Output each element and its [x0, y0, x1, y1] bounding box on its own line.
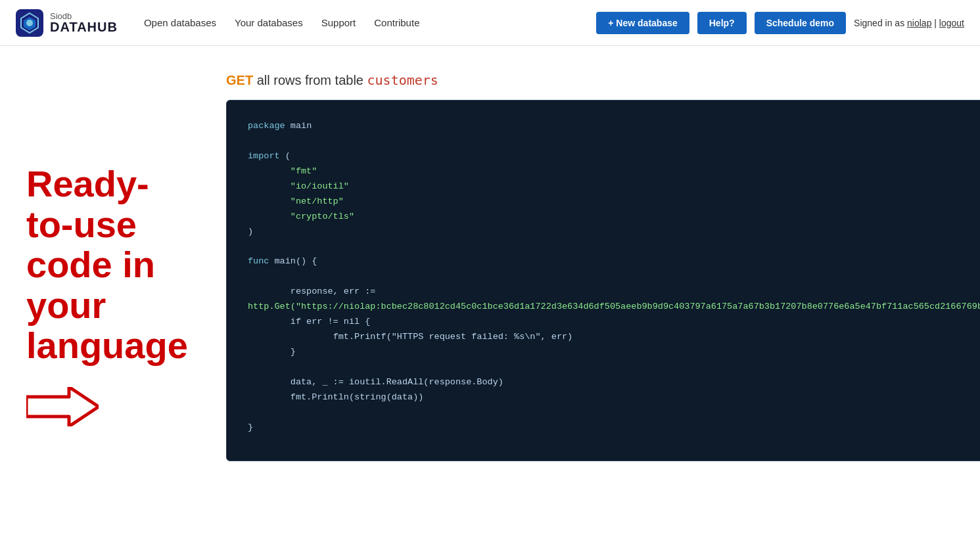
right-panel: GET all rows from table customers copy p… — [210, 72, 980, 518]
api-table-name: customers — [367, 72, 438, 88]
help-button[interactable]: Help? — [697, 12, 747, 34]
logo-icon — [16, 9, 43, 37]
main-container: Ready-to-use code in your language GET a… — [0, 46, 980, 544]
your-databases-link[interactable]: Your databases — [235, 17, 303, 28]
schedule-demo-button[interactable]: Schedule demo — [755, 12, 846, 34]
arrow-container — [26, 387, 99, 426]
svg-point-3 — [26, 20, 33, 26]
logo-datahub: DATAHUB — [50, 20, 118, 34]
nav-links: Open databases Your databases Support Co… — [144, 17, 575, 28]
nav-actions: + New database Help? Schedule demo Signe… — [596, 12, 964, 34]
support-link[interactable]: Support — [321, 17, 356, 28]
api-method: GET — [226, 73, 253, 87]
svg-marker-4 — [26, 387, 99, 426]
left-panel: Ready-to-use code in your language — [0, 72, 210, 518]
hero-text: Ready-to-use code in your language — [26, 164, 188, 366]
code-content: package main import ( "fmt" "io/ioutil" … — [248, 119, 980, 436]
logo-text: Siodb DATAHUB — [50, 12, 118, 34]
code-block-wrapper: copy package main import ( "fmt" "io/iou… — [226, 100, 980, 461]
logo[interactable]: Siodb DATAHUB — [16, 9, 118, 37]
open-databases-link[interactable]: Open databases — [144, 17, 216, 28]
separator: | — [931, 18, 939, 28]
username-link[interactable]: niolap — [907, 18, 931, 28]
nav-user-info: Signed in as niolap | logout — [854, 18, 964, 28]
arrow-icon — [26, 387, 99, 426]
contribute-link[interactable]: Contribute — [374, 17, 419, 28]
logout-link[interactable]: logout — [939, 18, 964, 28]
new-database-button[interactable]: + New database — [596, 12, 689, 34]
signed-in-label: Signed in as — [854, 18, 907, 28]
navbar: Siodb DATAHUB Open databases Your databa… — [0, 0, 980, 46]
api-heading: GET all rows from table customers — [226, 72, 980, 88]
api-description: all rows from table — [253, 73, 367, 87]
